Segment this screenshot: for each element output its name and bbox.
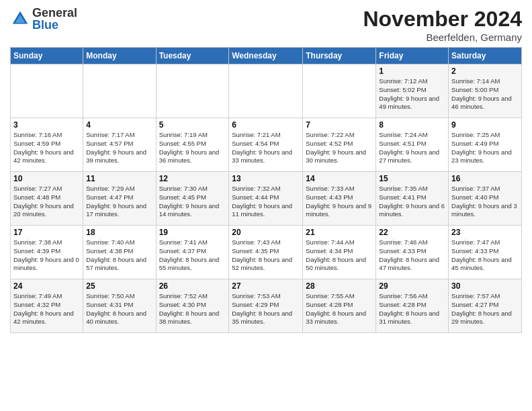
- day-number: 25: [86, 281, 152, 291]
- day-info: Sunrise: 7:32 AM Sunset: 4:44 PM Dayligh…: [232, 185, 300, 219]
- day-info: Sunrise: 7:52 AM Sunset: 4:30 PM Dayligh…: [159, 292, 226, 326]
- weekday-header-monday: Monday: [83, 48, 156, 64]
- day-number: 30: [451, 281, 519, 291]
- day-number: 22: [379, 228, 445, 237]
- day-info: Sunrise: 7:22 AM Sunset: 4:52 PM Dayligh…: [306, 131, 373, 165]
- calendar-cell: 23Sunrise: 7:47 AM Sunset: 4:33 PM Dayli…: [449, 226, 522, 279]
- logo-general: General: [32, 7, 77, 19]
- day-number: 29: [379, 281, 445, 291]
- day-info: Sunrise: 7:47 AM Sunset: 4:33 PM Dayligh…: [451, 238, 519, 273]
- calendar-cell: 8Sunrise: 7:24 AM Sunset: 4:51 PM Daylig…: [376, 118, 449, 172]
- day-info: Sunrise: 7:46 AM Sunset: 4:33 PM Dayligh…: [379, 238, 445, 273]
- weekday-header-tuesday: Tuesday: [156, 48, 229, 64]
- calendar-week-4: 17Sunrise: 7:38 AM Sunset: 4:39 PM Dayli…: [11, 226, 522, 279]
- calendar-cell: 13Sunrise: 7:32 AM Sunset: 4:44 PM Dayli…: [229, 172, 303, 226]
- day-info: Sunrise: 7:19 AM Sunset: 4:55 PM Dayligh…: [159, 131, 226, 165]
- calendar-cell: 4Sunrise: 7:17 AM Sunset: 4:57 PM Daylig…: [83, 118, 156, 172]
- calendar-cell: 7Sunrise: 7:22 AM Sunset: 4:52 PM Daylig…: [303, 118, 376, 172]
- day-info: Sunrise: 7:44 AM Sunset: 4:34 PM Dayligh…: [306, 238, 373, 273]
- calendar-cell: 10Sunrise: 7:27 AM Sunset: 4:48 PM Dayli…: [11, 172, 83, 226]
- day-info: Sunrise: 7:53 AM Sunset: 4:29 PM Dayligh…: [232, 292, 300, 326]
- day-number: 5: [159, 120, 226, 130]
- day-info: Sunrise: 7:35 AM Sunset: 4:41 PM Dayligh…: [379, 185, 445, 219]
- calendar-cell: 17Sunrise: 7:38 AM Sunset: 4:39 PM Dayli…: [11, 226, 83, 279]
- calendar-cell: [11, 64, 83, 118]
- calendar-cell: 25Sunrise: 7:50 AM Sunset: 4:31 PM Dayli…: [83, 279, 156, 333]
- day-info: Sunrise: 7:17 AM Sunset: 4:57 PM Dayligh…: [86, 131, 152, 165]
- weekday-header-saturday: Saturday: [449, 48, 522, 64]
- calendar-week-5: 24Sunrise: 7:49 AM Sunset: 4:32 PM Dayli…: [11, 279, 522, 333]
- day-number: 3: [13, 120, 80, 130]
- day-number: 14: [306, 174, 373, 183]
- page-container: General Blue November 2024 Beerfelden, G…: [0, 0, 532, 336]
- calendar-cell: [229, 64, 303, 118]
- day-number: 26: [159, 281, 226, 291]
- day-number: 4: [86, 120, 152, 130]
- day-number: 6: [232, 120, 300, 130]
- day-info: Sunrise: 7:29 AM Sunset: 4:47 PM Dayligh…: [86, 185, 152, 219]
- calendar-cell: 11Sunrise: 7:29 AM Sunset: 4:47 PM Dayli…: [83, 172, 156, 226]
- day-info: Sunrise: 7:16 AM Sunset: 4:59 PM Dayligh…: [13, 131, 80, 165]
- day-number: 9: [451, 120, 519, 130]
- day-number: 23: [451, 228, 519, 237]
- calendar-cell: 24Sunrise: 7:49 AM Sunset: 4:32 PM Dayli…: [11, 279, 83, 333]
- day-number: 2: [451, 66, 519, 76]
- day-info: Sunrise: 7:40 AM Sunset: 4:38 PM Dayligh…: [86, 238, 152, 273]
- calendar-week-1: 1Sunrise: 7:12 AM Sunset: 5:02 PM Daylig…: [11, 64, 522, 118]
- day-info: Sunrise: 7:50 AM Sunset: 4:31 PM Dayligh…: [86, 292, 152, 326]
- day-number: 11: [86, 174, 152, 183]
- calendar-cell: 19Sunrise: 7:41 AM Sunset: 4:37 PM Dayli…: [156, 226, 229, 279]
- calendar-header: SundayMondayTuesdayWednesdayThursdayFrid…: [11, 48, 522, 64]
- day-info: Sunrise: 7:27 AM Sunset: 4:48 PM Dayligh…: [13, 185, 80, 219]
- day-info: Sunrise: 7:49 AM Sunset: 4:32 PM Dayligh…: [13, 292, 80, 326]
- day-info: Sunrise: 7:24 AM Sunset: 4:51 PM Dayligh…: [379, 131, 445, 165]
- calendar-cell: 28Sunrise: 7:55 AM Sunset: 4:28 PM Dayli…: [303, 279, 376, 333]
- calendar-cell: 26Sunrise: 7:52 AM Sunset: 4:30 PM Dayli…: [156, 279, 229, 333]
- day-number: 17: [13, 228, 80, 237]
- weekday-header-friday: Friday: [376, 48, 449, 64]
- day-number: 28: [306, 281, 373, 291]
- day-number: 7: [306, 120, 373, 130]
- day-number: 15: [379, 174, 445, 183]
- month-title: November 2024: [363, 7, 522, 32]
- calendar-cell: 5Sunrise: 7:19 AM Sunset: 4:55 PM Daylig…: [156, 118, 229, 172]
- weekday-header-wednesday: Wednesday: [229, 48, 303, 64]
- logo: General Blue: [10, 7, 77, 31]
- weekday-header-sunday: Sunday: [11, 48, 83, 64]
- calendar-cell: [156, 64, 229, 118]
- calendar-cell: 18Sunrise: 7:40 AM Sunset: 4:38 PM Dayli…: [83, 226, 156, 279]
- logo-blue: Blue: [32, 19, 77, 31]
- day-number: 1: [379, 66, 445, 76]
- day-number: 24: [13, 281, 80, 291]
- calendar-cell: 14Sunrise: 7:33 AM Sunset: 4:43 PM Dayli…: [303, 172, 376, 226]
- day-info: Sunrise: 7:56 AM Sunset: 4:28 PM Dayligh…: [379, 292, 445, 326]
- calendar-cell: [83, 64, 156, 118]
- logo-icon: [10, 9, 30, 29]
- weekday-row: SundayMondayTuesdayWednesdayThursdayFrid…: [11, 48, 522, 64]
- calendar-cell: 2Sunrise: 7:14 AM Sunset: 5:00 PM Daylig…: [449, 64, 522, 118]
- weekday-header-thursday: Thursday: [303, 48, 376, 64]
- day-number: 12: [159, 174, 226, 183]
- day-info: Sunrise: 7:55 AM Sunset: 4:28 PM Dayligh…: [306, 292, 373, 326]
- day-info: Sunrise: 7:12 AM Sunset: 5:02 PM Dayligh…: [379, 77, 445, 111]
- calendar-cell: 6Sunrise: 7:21 AM Sunset: 4:54 PM Daylig…: [229, 118, 303, 172]
- day-info: Sunrise: 7:14 AM Sunset: 5:00 PM Dayligh…: [451, 77, 519, 111]
- day-number: 16: [451, 174, 519, 183]
- calendar-cell: 20Sunrise: 7:43 AM Sunset: 4:35 PM Dayli…: [229, 226, 303, 279]
- day-number: 21: [306, 228, 373, 237]
- calendar-cell: 9Sunrise: 7:25 AM Sunset: 4:49 PM Daylig…: [449, 118, 522, 172]
- calendar-table: SundayMondayTuesdayWednesdayThursdayFrid…: [10, 47, 522, 333]
- calendar-cell: 21Sunrise: 7:44 AM Sunset: 4:34 PM Dayli…: [303, 226, 376, 279]
- calendar-cell: 15Sunrise: 7:35 AM Sunset: 4:41 PM Dayli…: [376, 172, 449, 226]
- day-number: 20: [232, 228, 300, 237]
- calendar-cell: 3Sunrise: 7:16 AM Sunset: 4:59 PM Daylig…: [11, 118, 83, 172]
- day-info: Sunrise: 7:43 AM Sunset: 4:35 PM Dayligh…: [232, 238, 300, 273]
- day-number: 27: [232, 281, 300, 291]
- day-info: Sunrise: 7:21 AM Sunset: 4:54 PM Dayligh…: [232, 131, 300, 165]
- day-number: 18: [86, 228, 152, 237]
- calendar-cell: [303, 64, 376, 118]
- calendar-cell: 16Sunrise: 7:37 AM Sunset: 4:40 PM Dayli…: [449, 172, 522, 226]
- day-info: Sunrise: 7:30 AM Sunset: 4:45 PM Dayligh…: [159, 185, 226, 219]
- day-number: 13: [232, 174, 300, 183]
- header: General Blue November 2024 Beerfelden, G…: [10, 7, 522, 43]
